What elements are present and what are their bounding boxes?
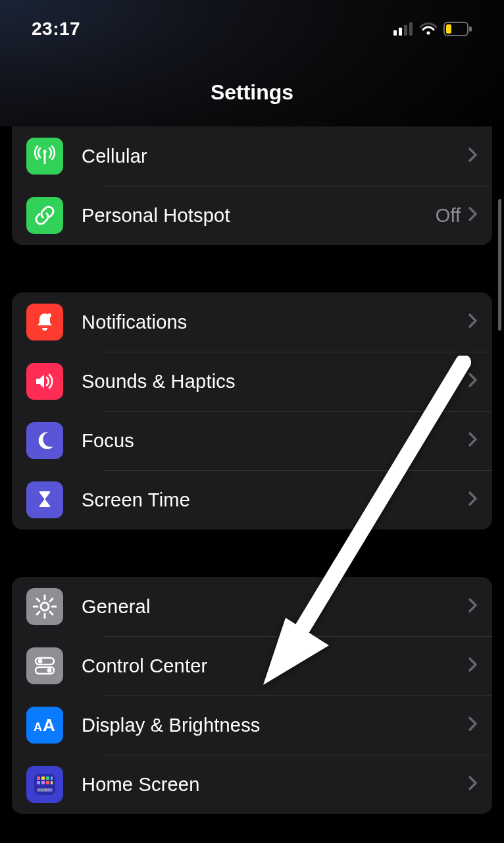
svg-text:A: A [34, 721, 42, 734]
svg-point-9 [47, 313, 51, 317]
svg-rect-31 [41, 781, 45, 784]
link-icon [26, 197, 63, 234]
row-display-brightness[interactable]: AADisplay & Brightness [12, 695, 492, 755]
chevron-right-icon [467, 716, 478, 734]
row-label: Notifications [82, 312, 467, 333]
chevron-right-icon [467, 372, 478, 391]
svg-rect-2 [404, 25, 407, 36]
scroll-indicator[interactable] [498, 199, 501, 331]
svg-line-18 [37, 612, 39, 614]
svg-point-4 [426, 31, 430, 34]
wifi-icon [420, 22, 437, 36]
header-area: 23:17 [0, 0, 504, 126]
svg-line-15 [37, 599, 39, 601]
svg-rect-37 [45, 790, 47, 791]
svg-rect-35 [38, 790, 40, 791]
settings-group: CellularPersonal HotspotOff [12, 126, 492, 245]
row-focus[interactable]: Focus [12, 411, 492, 470]
chevron-right-icon [467, 431, 478, 450]
svg-text:A: A [43, 715, 55, 735]
svg-rect-3 [409, 22, 413, 36]
status-icons [393, 22, 472, 36]
svg-point-8 [43, 150, 46, 153]
svg-rect-26 [37, 776, 40, 780]
status-time: 23:17 [32, 18, 80, 40]
row-screen-time[interactable]: Screen Time [12, 470, 492, 530]
row-sounds-haptics[interactable]: Sounds & Haptics [12, 352, 492, 411]
svg-rect-36 [41, 790, 43, 791]
chevron-right-icon [467, 147, 478, 165]
settings-group: GeneralControl CenterAADisplay & Brightn… [12, 577, 492, 814]
settings-group: NotificationsSounds & HapticsFocusScreen… [12, 292, 492, 530]
svg-rect-38 [48, 790, 50, 791]
svg-line-17 [50, 599, 53, 601]
chevron-right-icon [467, 657, 478, 675]
grid-icon [26, 766, 63, 803]
moon-icon [26, 422, 63, 459]
svg-point-10 [41, 603, 49, 611]
svg-rect-29 [51, 776, 53, 780]
chevron-right-icon [467, 597, 478, 616]
svg-rect-0 [393, 30, 397, 36]
row-cellular[interactable]: Cellular [12, 126, 492, 186]
row-label: Home Screen [82, 774, 467, 796]
row-control-center[interactable]: Control Center [12, 636, 492, 695]
antenna-icon [26, 138, 63, 175]
speaker-icon [26, 363, 63, 400]
row-personal-hotspot[interactable]: Personal HotspotOff [12, 186, 492, 245]
row-label: Personal Hotspot [82, 205, 436, 227]
row-label: Display & Brightness [82, 715, 467, 736]
chevron-right-icon [467, 313, 478, 331]
switches-icon [26, 647, 63, 684]
aa-icon: AA [26, 707, 63, 744]
page-title: Settings [211, 80, 293, 105]
row-label: Cellular [82, 146, 467, 167]
settings-content: CellularPersonal HotspotOffNotifications… [0, 126, 504, 814]
svg-point-20 [38, 659, 43, 664]
gear-icon [26, 588, 63, 625]
svg-rect-1 [399, 28, 402, 36]
row-general[interactable]: General [12, 577, 492, 636]
row-label: Focus [82, 430, 467, 452]
status-bar: 23:17 [20, 0, 484, 58]
svg-rect-32 [46, 781, 49, 784]
row-label: General [82, 596, 467, 618]
svg-rect-28 [46, 776, 49, 780]
row-value: Off [436, 205, 461, 227]
chevron-right-icon [467, 775, 478, 794]
svg-rect-6 [469, 26, 472, 32]
row-label: Screen Time [82, 489, 467, 511]
svg-point-22 [47, 668, 52, 673]
svg-line-16 [50, 612, 53, 614]
svg-rect-7 [446, 24, 451, 34]
svg-rect-30 [37, 781, 40, 784]
svg-rect-27 [41, 776, 45, 780]
hourglass-icon [26, 481, 63, 518]
cellular-signal-icon [393, 22, 413, 36]
row-label: Sounds & Haptics [82, 371, 467, 393]
bell-icon [26, 304, 63, 340]
svg-rect-33 [51, 781, 53, 784]
row-home-screen[interactable]: Home Screen [12, 755, 492, 814]
row-notifications[interactable]: Notifications [12, 292, 492, 352]
battery-icon [443, 22, 472, 36]
chevron-right-icon [467, 491, 478, 509]
chevron-right-icon [467, 206, 478, 225]
row-label: Control Center [82, 655, 467, 677]
